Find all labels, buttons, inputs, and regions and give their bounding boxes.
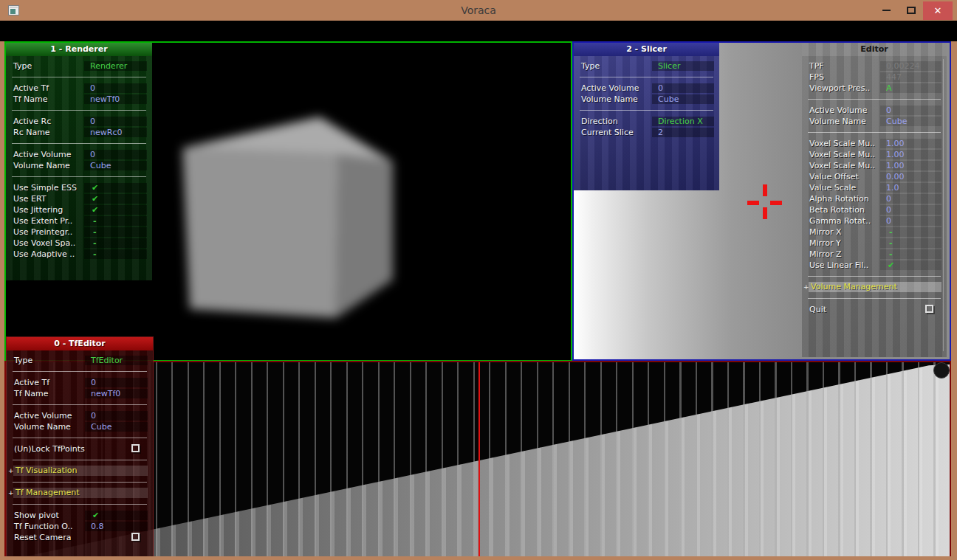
row-voxel-scale-mu: Voxel Scale Mu..1.00 (802, 138, 947, 149)
group-bar-tf-visualization[interactable]: Tf Visualization (13, 466, 148, 476)
check-icon: ✔ (880, 260, 941, 270)
app-window: Voraca ✕ (0, 0, 957, 560)
value-box-volume-name[interactable]: Cube (85, 422, 148, 432)
un-lock-tfpoints-button[interactable] (131, 444, 140, 452)
row-tpf: TPF0.00224 (802, 61, 947, 72)
field-value: 0 (84, 150, 147, 159)
checkbox-mirror-z[interactable]: - (880, 249, 941, 259)
checkbox-use-jittering[interactable]: ✔ (84, 205, 147, 215)
value-box-active-volume[interactable]: 0 (652, 83, 714, 93)
row-current-slice: Current Slice2 (574, 127, 719, 138)
row-use-jittering: Use Jittering✔ (6, 204, 152, 215)
separator (7, 499, 153, 510)
separator (7, 432, 153, 443)
value-box-rc-name[interactable]: newRc0 (84, 128, 147, 137)
value-box-current-slice[interactable]: 2 (652, 128, 714, 137)
row-use-ert: Use ERT✔ (6, 193, 152, 204)
value-box-type[interactable]: TfEditor (85, 356, 148, 365)
checkbox-show-pivot[interactable]: ✔ (85, 511, 148, 520)
value-box-type[interactable]: Renderer (84, 61, 147, 71)
value-box-voxel-scale-mu[interactable]: 1.00 (880, 139, 941, 148)
close-button[interactable]: ✕ (923, 1, 953, 20)
value-box-voxel-scale-mu[interactable]: 1.00 (880, 161, 941, 170)
tf-pivot-point[interactable] (933, 362, 950, 378)
value-box-type[interactable]: Slicer (652, 61, 714, 71)
checkbox-use-simple-ess[interactable]: ✔ (84, 183, 147, 193)
value-box-beta-rotation[interactable]: 0 (880, 205, 941, 215)
field-label: Use Linear Fil.. (809, 260, 868, 271)
row-active-tf: Active Tf0 (7, 377, 153, 388)
value-box-voxel-scale-mu[interactable]: 1.00 (880, 150, 941, 159)
field-label: Mirror Z (809, 249, 841, 260)
row-use-linear-fil: Use Linear Fil..✔ (802, 260, 947, 271)
crosshair-icon (763, 184, 767, 196)
dash-icon: - (880, 227, 941, 237)
value-box-active-volume[interactable]: 0 (85, 411, 148, 421)
value-box-active-rc[interactable]: 0 (84, 117, 147, 126)
minimize-button[interactable] (874, 1, 899, 20)
checkbox-use-preintegr[interactable]: - (84, 227, 147, 237)
value-box-active-tf[interactable]: 0 (84, 83, 147, 93)
value-box-gamma-rotat[interactable]: 0 (880, 216, 941, 226)
field-value: 0 (85, 411, 148, 421)
field-label: Type (13, 61, 32, 72)
value-box-tpf[interactable]: 0.00224 (880, 61, 941, 71)
reset-camera-button[interactable] (131, 533, 140, 541)
tf-position-marker[interactable] (478, 362, 480, 560)
checkbox-use-adaptive[interactable]: - (84, 249, 147, 259)
field-value: 1.0 (880, 183, 941, 193)
group-tf-management: +Tf Management (7, 488, 153, 499)
row-value-scale: Value Scale1.0 (802, 182, 947, 193)
checkbox-mirror-x[interactable]: - (880, 227, 941, 237)
dash-icon: - (84, 238, 147, 248)
maximize-button[interactable] (899, 1, 923, 20)
field-label: Beta Rotation (809, 204, 865, 215)
group-bar-tf-management[interactable]: Tf Management (13, 488, 148, 498)
field-value: TfEditor (85, 356, 148, 365)
row-mirror-y: Mirror Y- (802, 238, 947, 249)
checkbox-mirror-y[interactable]: - (880, 238, 941, 248)
separator (7, 454, 153, 466)
row-active-rc: Active Rc0 (6, 116, 152, 127)
separator (7, 366, 153, 377)
field-label: Active Volume (581, 83, 639, 94)
value-box-volume-name[interactable]: Cube (84, 161, 147, 170)
group-bar-volume-management[interactable]: Volume Management (809, 282, 941, 292)
value-box-viewport-pres[interactable]: A (880, 83, 941, 93)
value-box-fps[interactable]: 447 (880, 72, 941, 82)
field-value: newTf0 (84, 94, 147, 104)
crosshair-icon (747, 201, 759, 205)
field-label: Active Rc (13, 116, 51, 127)
row-quit: Quit (802, 304, 947, 315)
value-box-active-tf[interactable]: 0 (85, 378, 148, 387)
value-box-tf-name[interactable]: newTf0 (85, 389, 148, 398)
value-box-alpha-rotation[interactable]: 0 (880, 194, 941, 204)
row-direction: DirectionDirection X (574, 116, 719, 127)
value-box-tf-function-o[interactable]: 0.8 (85, 522, 148, 531)
checkbox-use-ert[interactable]: ✔ (84, 194, 147, 204)
row-mirror-z: Mirror Z- (802, 249, 947, 260)
value-box-volume-name[interactable]: Cube (652, 94, 714, 104)
minimize-icon (882, 10, 891, 11)
checkbox-use-extent-pr[interactable]: - (84, 216, 147, 226)
value-box-direction[interactable]: Direction X (652, 117, 714, 126)
value-box-volume-name[interactable]: Cube (880, 117, 941, 126)
dash-icon: - (84, 249, 147, 259)
checkbox-use-linear-fil[interactable]: ✔ (880, 260, 941, 270)
value-box-tf-name[interactable]: newTf0 (84, 94, 147, 104)
tfeditor-panel-header[interactable]: 0 - TfEditor (7, 337, 153, 350)
value-box-active-volume[interactable]: 0 (84, 150, 147, 159)
separator (574, 72, 719, 83)
renderer-panel-header[interactable]: 1 - Renderer (6, 43, 152, 56)
checkbox-use-voxel-spa[interactable]: - (84, 238, 147, 248)
field-label: Mirror Y (809, 238, 841, 249)
field-label: Type (581, 61, 600, 72)
value-box-active-volume[interactable]: 0 (880, 106, 941, 115)
slicer-panel-header[interactable]: 2 - Slicer (574, 43, 719, 56)
editor-panel-header[interactable]: Editor (802, 43, 947, 56)
quit-button[interactable] (925, 305, 933, 313)
field-value: Renderer (84, 61, 147, 71)
value-box-value-offset[interactable]: 0.00 (880, 172, 941, 182)
value-box-value-scale[interactable]: 1.0 (880, 183, 941, 193)
field-label: Type (14, 355, 32, 366)
